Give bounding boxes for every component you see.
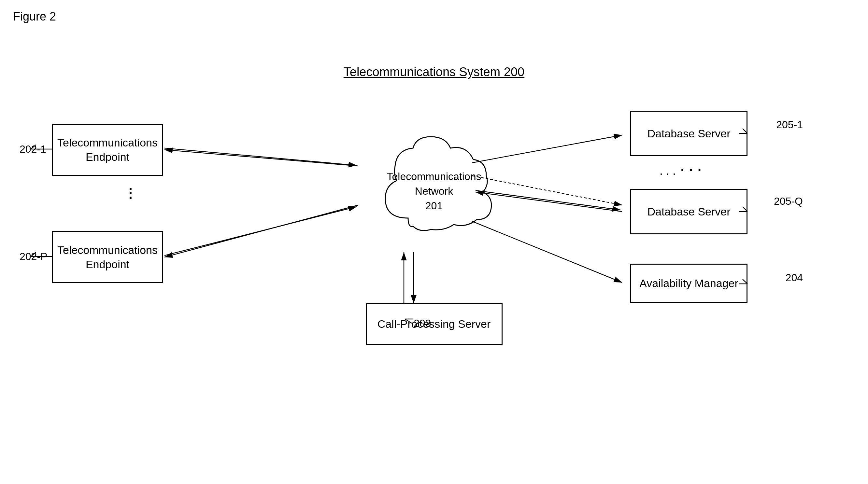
db-server-1-box: Database Server bbox=[630, 111, 747, 156]
svg-line-16 bbox=[164, 205, 358, 257]
system-title: Telecommunications System 200 bbox=[344, 65, 524, 79]
avail-manager-box: Availability Manager bbox=[630, 264, 747, 303]
network-cloud: Telecommunications Network 201 bbox=[366, 127, 502, 251]
dots-db-servers: · · · bbox=[680, 163, 702, 178]
endpoint-1-box: Telecommunications Endpoint bbox=[52, 124, 163, 176]
figure-label: Figure 2 bbox=[13, 10, 56, 24]
ref-203: 203 bbox=[414, 317, 431, 329]
diagram-container: Telecommunications System 200 Telecommun… bbox=[0, 26, 868, 482]
ref-202-1: 202-1 bbox=[20, 143, 46, 155]
ref-204: 204 bbox=[785, 272, 803, 284]
endpoint-p-box: Telecommunications Endpoint bbox=[52, 231, 163, 283]
svg-line-18 bbox=[164, 207, 356, 256]
svg-text:· · ·: · · · bbox=[659, 167, 676, 180]
ref-205-1: 205-1 bbox=[776, 119, 803, 131]
svg-line-17 bbox=[164, 148, 356, 165]
call-proc-box: Call-Processing Server bbox=[366, 303, 502, 345]
ref-202-p: 202-P bbox=[20, 251, 47, 263]
db-server-q-box: Database Server bbox=[630, 189, 747, 234]
dots-endpoints: ⋮ bbox=[124, 186, 137, 200]
svg-line-15 bbox=[164, 150, 358, 166]
ref-205-q: 205-Q bbox=[774, 195, 803, 207]
